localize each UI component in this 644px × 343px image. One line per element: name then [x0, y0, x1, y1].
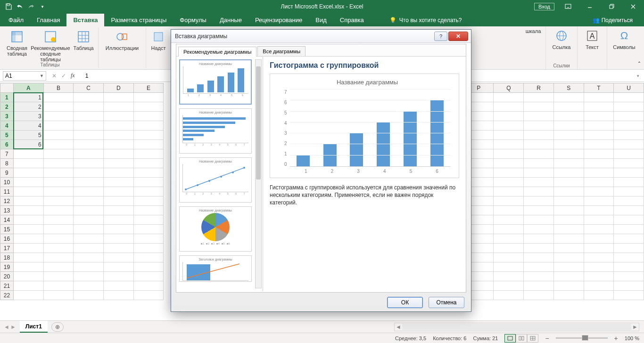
name-box[interactable]: A1 ▼ [3, 71, 46, 81]
cell-A15[interactable] [13, 225, 43, 234]
cell-A14[interactable] [13, 215, 43, 225]
row-header-10[interactable]: 10 [0, 178, 14, 187]
cell-R10[interactable] [524, 178, 554, 187]
cell-E13[interactable] [133, 206, 164, 215]
cell-A13[interactable] [13, 206, 43, 215]
cell-Q18[interactable] [494, 253, 524, 262]
cell-C20[interactable] [74, 272, 104, 281]
dialog-tab-recommended[interactable]: Рекомендуемые диаграммы [178, 47, 256, 57]
undo-icon[interactable] [16, 3, 24, 10]
cell-A10[interactable] [13, 178, 43, 187]
cell-E10[interactable] [133, 178, 164, 187]
cell-E6[interactable] [133, 140, 164, 149]
cell-C12[interactable] [74, 196, 104, 206]
dialog-close-button[interactable]: ✕ [448, 32, 468, 41]
cell-D1[interactable] [104, 93, 134, 102]
tab-data[interactable]: Данные [213, 14, 248, 26]
cell-C13[interactable] [74, 206, 104, 215]
cell-C9[interactable] [74, 168, 104, 178]
cell-A16[interactable] [13, 234, 43, 244]
cell-U7[interactable] [614, 149, 644, 159]
cell-U2[interactable] [614, 102, 644, 112]
normal-view-icon[interactable] [504, 334, 516, 343]
thumb-combo[interactable]: Заголовок диаграммы [179, 255, 252, 282]
cell-D10[interactable] [104, 178, 134, 187]
cell-R18[interactable] [524, 253, 554, 262]
cell-S7[interactable] [553, 149, 584, 159]
cell-B18[interactable] [43, 253, 74, 262]
cell-C7[interactable] [74, 149, 104, 159]
row-header-2[interactable]: 2 [0, 102, 14, 112]
cell-E18[interactable] [133, 253, 164, 262]
cell-B4[interactable] [43, 121, 74, 131]
col-header-U[interactable]: U [614, 83, 644, 93]
cell-S18[interactable] [553, 253, 584, 262]
cell-C2[interactable] [74, 102, 104, 112]
cell-T4[interactable] [584, 121, 614, 131]
cell-E8[interactable] [133, 159, 164, 168]
cell-D2[interactable] [104, 102, 134, 112]
cell-E20[interactable] [133, 272, 164, 281]
cell-T2[interactable] [584, 102, 614, 112]
cell-A17[interactable] [13, 244, 43, 253]
cell-S5[interactable] [553, 131, 584, 140]
cell-Q4[interactable] [494, 121, 524, 131]
cell-B13[interactable] [43, 206, 74, 215]
cell-C22[interactable] [74, 291, 104, 300]
illustrations-button[interactable]: Иллюстрации [101, 27, 143, 51]
cell-B20[interactable] [43, 272, 74, 281]
cell-R3[interactable] [524, 112, 554, 121]
cell-C8[interactable] [74, 159, 104, 168]
cell-T21[interactable] [584, 281, 614, 291]
cell-C5[interactable] [74, 131, 104, 140]
cell-A1[interactable]: 1 [13, 93, 43, 102]
cell-B16[interactable] [43, 234, 74, 244]
row-header-22[interactable]: 22 [0, 291, 14, 300]
cell-B12[interactable] [43, 196, 74, 206]
cell-U13[interactable] [614, 206, 644, 215]
text-button[interactable]: A Текст [580, 26, 604, 50]
cell-S9[interactable] [553, 168, 584, 178]
cell-A11[interactable] [13, 187, 43, 196]
cell-E16[interactable] [133, 234, 164, 244]
cell-C21[interactable] [74, 281, 104, 291]
thumbnails-scrollbar[interactable] [255, 59, 262, 288]
zoom-in-icon[interactable]: + [614, 335, 618, 342]
cell-D15[interactable] [104, 225, 134, 234]
dialog-tab-all[interactable]: Все диаграммы [257, 46, 305, 56]
cell-B3[interactable] [43, 112, 74, 121]
tab-help[interactable]: Справка [333, 14, 371, 26]
cell-R4[interactable] [524, 121, 554, 131]
cell-D21[interactable] [104, 281, 134, 291]
cell-C10[interactable] [74, 178, 104, 187]
col-header-S[interactable]: S [553, 83, 584, 93]
cell-T1[interactable] [584, 93, 614, 102]
cell-R7[interactable] [524, 149, 554, 159]
cell-Q7[interactable] [494, 149, 524, 159]
cell-Q14[interactable] [494, 215, 524, 225]
cell-Q1[interactable] [494, 93, 524, 102]
cell-R22[interactable] [524, 291, 554, 300]
cell-B9[interactable] [43, 168, 74, 178]
cell-T5[interactable] [584, 131, 614, 140]
tab-layout[interactable]: Разметка страницы [104, 14, 173, 26]
cell-D5[interactable] [104, 131, 134, 140]
zoom-value[interactable]: 100 % [625, 335, 639, 341]
cell-C6[interactable] [74, 140, 104, 149]
cell-R16[interactable] [524, 234, 554, 244]
cell-D11[interactable] [104, 187, 134, 196]
cell-C4[interactable] [74, 121, 104, 131]
cell-R1[interactable] [524, 93, 554, 102]
sheet-tab-1[interactable]: Лист1 [20, 321, 48, 333]
cell-D9[interactable] [104, 168, 134, 178]
cell-A20[interactable] [13, 272, 43, 281]
cell-B15[interactable] [43, 225, 74, 234]
add-sheet-button[interactable]: ⊕ [51, 322, 64, 332]
cell-C1[interactable] [74, 93, 104, 102]
select-all-corner[interactable] [0, 83, 14, 93]
cell-R8[interactable] [524, 159, 554, 168]
cell-U12[interactable] [614, 196, 644, 206]
row-header-8[interactable]: 8 [0, 159, 14, 168]
cell-U1[interactable] [614, 93, 644, 102]
expand-formula-icon[interactable]: ▾ [637, 74, 644, 78]
